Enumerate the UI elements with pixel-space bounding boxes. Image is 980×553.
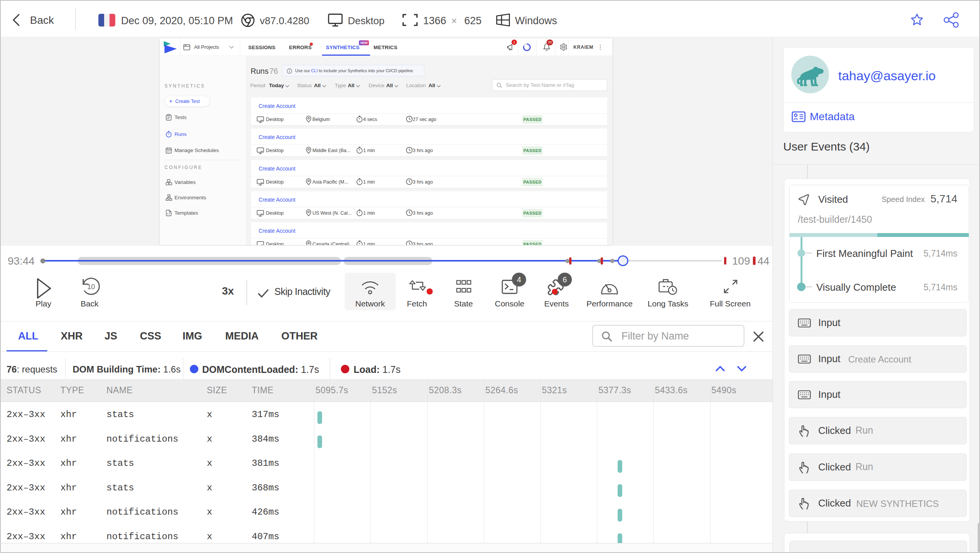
svg-text:10: 10 [87,283,95,291]
